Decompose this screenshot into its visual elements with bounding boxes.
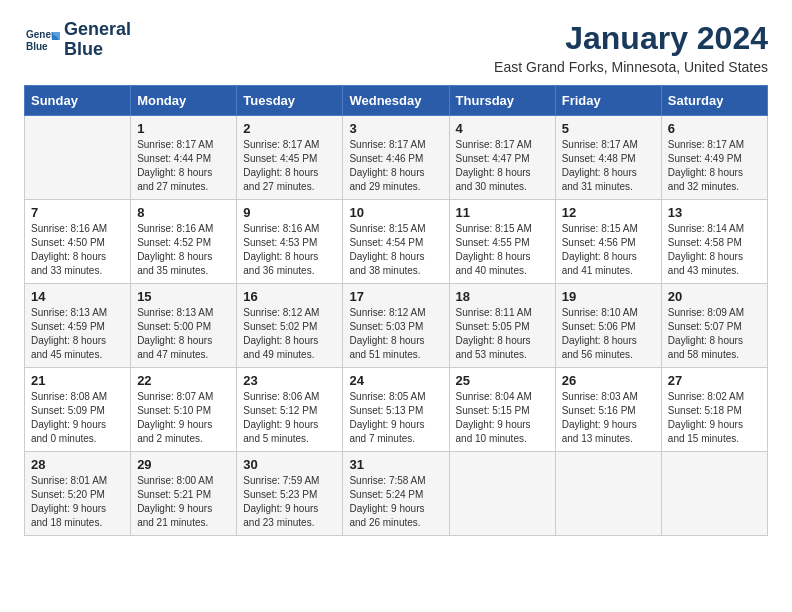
calendar-cell: 30Sunrise: 7:59 AMSunset: 5:23 PMDayligh…: [237, 452, 343, 536]
day-info: Sunrise: 8:17 AMSunset: 4:47 PMDaylight:…: [456, 138, 549, 194]
header-cell-sunday: Sunday: [25, 86, 131, 116]
day-info: Sunrise: 8:03 AMSunset: 5:16 PMDaylight:…: [562, 390, 655, 446]
calendar-cell: 22Sunrise: 8:07 AMSunset: 5:10 PMDayligh…: [131, 368, 237, 452]
calendar-cell: 24Sunrise: 8:05 AMSunset: 5:13 PMDayligh…: [343, 368, 449, 452]
day-number: 7: [31, 205, 124, 220]
calendar-cell: 1Sunrise: 8:17 AMSunset: 4:44 PMDaylight…: [131, 116, 237, 200]
day-info: Sunrise: 8:09 AMSunset: 5:07 PMDaylight:…: [668, 306, 761, 362]
day-info: Sunrise: 8:12 AMSunset: 5:03 PMDaylight:…: [349, 306, 442, 362]
day-number: 2: [243, 121, 336, 136]
day-number: 27: [668, 373, 761, 388]
day-info: Sunrise: 8:01 AMSunset: 5:20 PMDaylight:…: [31, 474, 124, 530]
day-info: Sunrise: 8:13 AMSunset: 5:00 PMDaylight:…: [137, 306, 230, 362]
day-info: Sunrise: 7:59 AMSunset: 5:23 PMDaylight:…: [243, 474, 336, 530]
day-number: 6: [668, 121, 761, 136]
week-row-3: 14Sunrise: 8:13 AMSunset: 4:59 PMDayligh…: [25, 284, 768, 368]
day-number: 14: [31, 289, 124, 304]
day-info: Sunrise: 8:07 AMSunset: 5:10 PMDaylight:…: [137, 390, 230, 446]
calendar-cell: 21Sunrise: 8:08 AMSunset: 5:09 PMDayligh…: [25, 368, 131, 452]
calendar-cell: 16Sunrise: 8:12 AMSunset: 5:02 PMDayligh…: [237, 284, 343, 368]
header-cell-monday: Monday: [131, 86, 237, 116]
day-number: 24: [349, 373, 442, 388]
svg-text:Blue: Blue: [26, 41, 48, 52]
day-info: Sunrise: 8:15 AMSunset: 4:56 PMDaylight:…: [562, 222, 655, 278]
calendar-cell: 2Sunrise: 8:17 AMSunset: 4:45 PMDaylight…: [237, 116, 343, 200]
day-info: Sunrise: 8:17 AMSunset: 4:48 PMDaylight:…: [562, 138, 655, 194]
calendar-cell: 19Sunrise: 8:10 AMSunset: 5:06 PMDayligh…: [555, 284, 661, 368]
day-number: 31: [349, 457, 442, 472]
day-info: Sunrise: 8:15 AMSunset: 4:55 PMDaylight:…: [456, 222, 549, 278]
day-number: 4: [456, 121, 549, 136]
day-number: 5: [562, 121, 655, 136]
calendar-cell: 4Sunrise: 8:17 AMSunset: 4:47 PMDaylight…: [449, 116, 555, 200]
day-number: 30: [243, 457, 336, 472]
day-number: 10: [349, 205, 442, 220]
day-number: 25: [456, 373, 549, 388]
calendar-cell: 18Sunrise: 8:11 AMSunset: 5:05 PMDayligh…: [449, 284, 555, 368]
day-number: 23: [243, 373, 336, 388]
day-number: 16: [243, 289, 336, 304]
day-info: Sunrise: 8:17 AMSunset: 4:44 PMDaylight:…: [137, 138, 230, 194]
calendar-cell: 11Sunrise: 8:15 AMSunset: 4:55 PMDayligh…: [449, 200, 555, 284]
calendar-cell: 10Sunrise: 8:15 AMSunset: 4:54 PMDayligh…: [343, 200, 449, 284]
calendar-cell: 20Sunrise: 8:09 AMSunset: 5:07 PMDayligh…: [661, 284, 767, 368]
day-number: 20: [668, 289, 761, 304]
day-info: Sunrise: 8:14 AMSunset: 4:58 PMDaylight:…: [668, 222, 761, 278]
calendar-cell: 14Sunrise: 8:13 AMSunset: 4:59 PMDayligh…: [25, 284, 131, 368]
logo-blue: Blue: [64, 39, 103, 59]
day-info: Sunrise: 8:16 AMSunset: 4:53 PMDaylight:…: [243, 222, 336, 278]
day-number: 21: [31, 373, 124, 388]
calendar-cell: [25, 116, 131, 200]
calendar-cell: 31Sunrise: 7:58 AMSunset: 5:24 PMDayligh…: [343, 452, 449, 536]
calendar-cell: 13Sunrise: 8:14 AMSunset: 4:58 PMDayligh…: [661, 200, 767, 284]
header: General Blue General Blue January 2024 E…: [24, 20, 768, 75]
header-cell-saturday: Saturday: [661, 86, 767, 116]
day-number: 22: [137, 373, 230, 388]
calendar-cell: 3Sunrise: 8:17 AMSunset: 4:46 PMDaylight…: [343, 116, 449, 200]
day-number: 11: [456, 205, 549, 220]
day-number: 17: [349, 289, 442, 304]
day-number: 8: [137, 205, 230, 220]
day-number: 15: [137, 289, 230, 304]
day-info: Sunrise: 8:15 AMSunset: 4:54 PMDaylight:…: [349, 222, 442, 278]
day-info: Sunrise: 8:10 AMSunset: 5:06 PMDaylight:…: [562, 306, 655, 362]
day-info: Sunrise: 8:06 AMSunset: 5:12 PMDaylight:…: [243, 390, 336, 446]
day-info: Sunrise: 8:12 AMSunset: 5:02 PMDaylight:…: [243, 306, 336, 362]
day-info: Sunrise: 8:00 AMSunset: 5:21 PMDaylight:…: [137, 474, 230, 530]
calendar-cell: 29Sunrise: 8:00 AMSunset: 5:21 PMDayligh…: [131, 452, 237, 536]
day-number: 26: [562, 373, 655, 388]
header-cell-thursday: Thursday: [449, 86, 555, 116]
day-info: Sunrise: 8:08 AMSunset: 5:09 PMDaylight:…: [31, 390, 124, 446]
calendar-cell: 17Sunrise: 8:12 AMSunset: 5:03 PMDayligh…: [343, 284, 449, 368]
calendar-cell: [555, 452, 661, 536]
day-info: Sunrise: 8:05 AMSunset: 5:13 PMDaylight:…: [349, 390, 442, 446]
day-info: Sunrise: 8:17 AMSunset: 4:49 PMDaylight:…: [668, 138, 761, 194]
day-info: Sunrise: 8:04 AMSunset: 5:15 PMDaylight:…: [456, 390, 549, 446]
week-row-4: 21Sunrise: 8:08 AMSunset: 5:09 PMDayligh…: [25, 368, 768, 452]
day-number: 12: [562, 205, 655, 220]
week-row-5: 28Sunrise: 8:01 AMSunset: 5:20 PMDayligh…: [25, 452, 768, 536]
calendar-cell: 5Sunrise: 8:17 AMSunset: 4:48 PMDaylight…: [555, 116, 661, 200]
day-info: Sunrise: 8:16 AMSunset: 4:50 PMDaylight:…: [31, 222, 124, 278]
calendar-cell: 7Sunrise: 8:16 AMSunset: 4:50 PMDaylight…: [25, 200, 131, 284]
calendar-cell: [449, 452, 555, 536]
calendar-cell: 27Sunrise: 8:02 AMSunset: 5:18 PMDayligh…: [661, 368, 767, 452]
day-info: Sunrise: 7:58 AMSunset: 5:24 PMDaylight:…: [349, 474, 442, 530]
header-cell-wednesday: Wednesday: [343, 86, 449, 116]
day-number: 29: [137, 457, 230, 472]
day-number: 19: [562, 289, 655, 304]
calendar-cell: 8Sunrise: 8:16 AMSunset: 4:52 PMDaylight…: [131, 200, 237, 284]
header-row: SundayMondayTuesdayWednesdayThursdayFrid…: [25, 86, 768, 116]
day-info: Sunrise: 8:11 AMSunset: 5:05 PMDaylight:…: [456, 306, 549, 362]
calendar-cell: 9Sunrise: 8:16 AMSunset: 4:53 PMDaylight…: [237, 200, 343, 284]
title-block: January 2024 East Grand Forks, Minnesota…: [494, 20, 768, 75]
week-row-1: 1Sunrise: 8:17 AMSunset: 4:44 PMDaylight…: [25, 116, 768, 200]
calendar-cell: 25Sunrise: 8:04 AMSunset: 5:15 PMDayligh…: [449, 368, 555, 452]
subtitle: East Grand Forks, Minnesota, United Stat…: [494, 59, 768, 75]
logo: General Blue General Blue: [24, 20, 131, 60]
week-row-2: 7Sunrise: 8:16 AMSunset: 4:50 PMDaylight…: [25, 200, 768, 284]
day-info: Sunrise: 8:16 AMSunset: 4:52 PMDaylight:…: [137, 222, 230, 278]
day-number: 13: [668, 205, 761, 220]
main-title: January 2024: [494, 20, 768, 57]
day-info: Sunrise: 8:17 AMSunset: 4:46 PMDaylight:…: [349, 138, 442, 194]
